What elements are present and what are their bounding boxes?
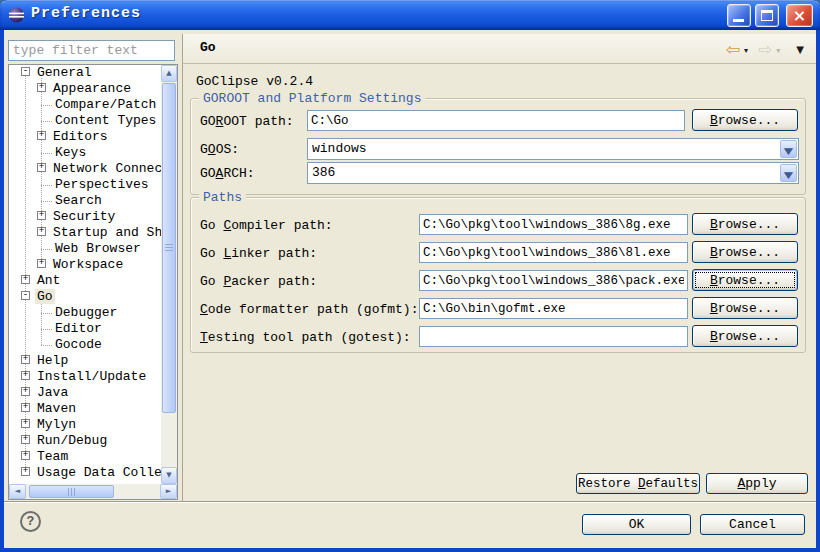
scroll-left-button[interactable]: ◄	[9, 484, 26, 499]
goos-dropdown-button[interactable]: ▼	[780, 140, 797, 158]
expand-icon[interactable]	[21, 451, 30, 460]
maximize-button[interactable]	[755, 4, 779, 27]
goos-select[interactable]: windows ▼	[307, 138, 799, 160]
scroll-up-button[interactable]: ▲	[161, 65, 177, 82]
go-compiler-path-label: Go Compiler path:	[200, 218, 333, 233]
collapse-icon[interactable]	[21, 291, 30, 300]
back-icon[interactable]: ⇦	[726, 39, 740, 59]
go-compiler-path-input[interactable]	[419, 214, 688, 235]
tree-item-content-types[interactable]: Content Types	[9, 113, 161, 129]
version-text: GoClipse v0.2.4	[196, 74, 313, 89]
tree-item-search[interactable]: Search	[9, 193, 161, 209]
scroll-right-button[interactable]: ►	[160, 484, 177, 499]
testing-tool-path-input[interactable]	[419, 326, 688, 347]
history-navigation: ⇦ ▾ ⇨ ▾ ▼	[726, 34, 804, 64]
help-button[interactable]: ?	[20, 511, 41, 532]
tree-item-install-update[interactable]: Install/Update	[9, 369, 161, 385]
goroot-browse-button[interactable]: Browse...	[692, 109, 798, 131]
tree-item-help[interactable]: Help	[9, 353, 161, 369]
code-formatter-browse-button[interactable]: Browse...	[692, 297, 798, 319]
expand-icon[interactable]	[37, 131, 46, 140]
expand-icon[interactable]	[21, 467, 30, 476]
scroll-right-icon: ►	[166, 487, 171, 495]
testing-tool-browse-button[interactable]: Browse...	[692, 325, 798, 347]
tree-viewport[interactable]: General Appearance Compare/Patch Content…	[9, 65, 161, 484]
goos-selected-value: windows	[312, 141, 367, 156]
collapse-icon[interactable]	[21, 67, 30, 76]
scroll-left-icon: ◄	[15, 487, 20, 495]
apply-button[interactable]: Apply	[706, 473, 808, 494]
group-title: GOROOT and Platform Settings	[199, 91, 425, 106]
tree-item-keys[interactable]: Keys	[9, 145, 161, 161]
tree-item-java[interactable]: Java	[9, 385, 161, 401]
tree-item-perspectives[interactable]: Perspectives	[9, 177, 161, 193]
tree-item-web-browser[interactable]: Web Browser	[9, 241, 161, 257]
panel-divider	[182, 34, 183, 502]
tree-item-editor[interactable]: Editor	[9, 321, 161, 337]
code-formatter-path-input[interactable]	[419, 298, 688, 319]
forward-icon[interactable]: ⇨	[758, 39, 772, 59]
close-button[interactable]: ×	[786, 4, 813, 27]
expand-icon[interactable]	[21, 403, 30, 412]
scroll-down-button[interactable]: ▼	[161, 467, 177, 484]
expand-icon[interactable]	[37, 211, 46, 220]
expand-icon[interactable]	[21, 387, 30, 396]
view-menu-icon[interactable]: ▼	[796, 44, 804, 55]
goroot-path-input[interactable]	[307, 110, 685, 131]
expand-icon[interactable]	[37, 259, 46, 268]
back-menu-caret-icon[interactable]: ▾	[744, 46, 748, 55]
tree-horizontal-scrollbar[interactable]: ◄ ►	[9, 484, 177, 499]
tree-item-workspace[interactable]: Workspace	[9, 257, 161, 273]
tree-item-maven[interactable]: Maven	[9, 401, 161, 417]
tree-item-network-connections[interactable]: Network Connect	[9, 161, 161, 177]
tree-item-compare-patch[interactable]: Compare/Patch	[9, 97, 161, 113]
expand-icon[interactable]	[21, 355, 30, 364]
go-packer-path-input[interactable]	[419, 270, 688, 291]
tree-item-gocode[interactable]: Gocode	[9, 337, 161, 353]
minimize-button[interactable]	[727, 4, 751, 27]
ok-button[interactable]: OK	[582, 514, 691, 535]
tree-item-mylyn[interactable]: Mylyn	[9, 417, 161, 433]
go-packer-browse-button[interactable]: Browse...	[692, 269, 798, 291]
tree-item-team[interactable]: Team	[9, 449, 161, 465]
chevron-down-icon: ▼	[784, 142, 793, 160]
tree-item-startup-and-shutdown[interactable]: Startup and Shu	[9, 225, 161, 241]
filter-input[interactable]	[8, 40, 175, 61]
group-title: Paths	[199, 190, 246, 205]
expand-icon[interactable]	[37, 83, 46, 92]
horizontal-scroll-thumb[interactable]	[29, 485, 114, 498]
goarch-selected-value: 386	[312, 165, 335, 180]
restore-defaults-button[interactable]: Restore Defaults	[576, 473, 700, 494]
page-header: Go ⇦ ▾ ⇨ ▾ ▼	[183, 34, 816, 64]
tree-item-appearance[interactable]: Appearance	[9, 81, 161, 97]
testing-tool-path-label: Testing tool path (gotest):	[200, 330, 411, 345]
tree-item-security[interactable]: Security	[9, 209, 161, 225]
tree-item-editors[interactable]: Editors	[9, 129, 161, 145]
tree-item-ant[interactable]: Ant	[9, 273, 161, 289]
tree-item-general[interactable]: General	[9, 65, 161, 81]
tree-item-usage-data-collector[interactable]: Usage Data Collect	[9, 465, 161, 481]
vertical-scroll-thumb[interactable]	[162, 83, 176, 413]
expand-icon[interactable]	[37, 163, 46, 172]
go-linker-path-label: Go Linker path:	[200, 246, 317, 261]
code-formatter-path-label: Code formatter path (gofmt):	[200, 302, 418, 317]
expand-icon[interactable]	[21, 419, 30, 428]
tree-item-debugger[interactable]: Debugger	[9, 305, 161, 321]
title-bar[interactable]: Preferences ×	[0, 0, 820, 30]
go-linker-browse-button[interactable]: Browse...	[692, 241, 798, 263]
goarch-label: GOARCH:	[200, 166, 255, 181]
goarch-select[interactable]: 386 ▼	[307, 162, 799, 184]
tree-item-go[interactable]: Go	[9, 289, 161, 305]
preferences-dialog: Preferences × General Appearance Compare…	[0, 0, 820, 552]
cancel-button[interactable]: Cancel	[700, 514, 805, 535]
expand-icon[interactable]	[37, 227, 46, 236]
tree-item-run-debug[interactable]: Run/Debug	[9, 433, 161, 449]
go-compiler-browse-button[interactable]: Browse...	[692, 213, 798, 235]
tree-vertical-scrollbar[interactable]: ▲ ▼	[161, 65, 177, 484]
expand-icon[interactable]	[21, 371, 30, 380]
expand-icon[interactable]	[21, 275, 30, 284]
goarch-dropdown-button[interactable]: ▼	[780, 164, 797, 182]
expand-icon[interactable]	[21, 435, 30, 444]
eclipse-logo-icon	[8, 7, 25, 23]
go-linker-path-input[interactable]	[419, 242, 688, 263]
